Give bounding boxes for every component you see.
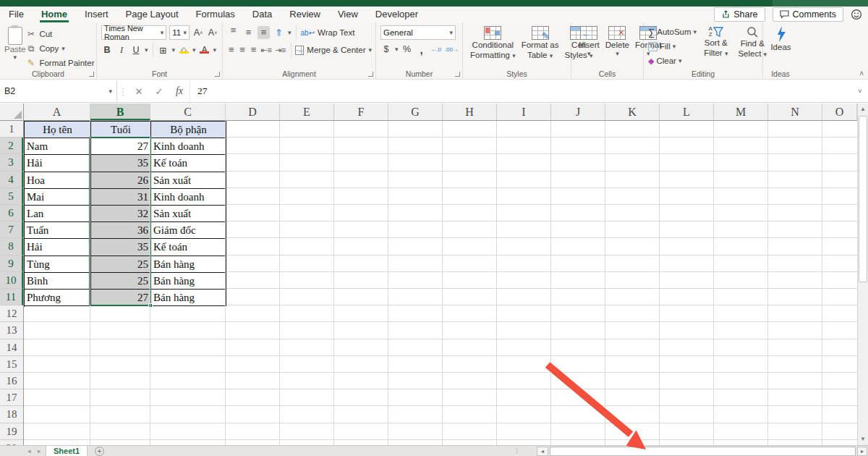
- autosum-button[interactable]: ∑AutoSum▾: [648, 25, 697, 38]
- cell-B8[interactable]: 35: [91, 239, 151, 256]
- wrap-text-button[interactable]: Wrap Text: [318, 28, 354, 37]
- cell-B5[interactable]: 31: [91, 189, 151, 206]
- column-header-I[interactable]: I: [497, 104, 551, 120]
- tab-file[interactable]: File: [0, 7, 33, 22]
- cell-A3[interactable]: Hải: [25, 155, 91, 172]
- delete-cells-button[interactable]: ✕ Delete▾: [603, 25, 632, 58]
- decrease-indent-icon[interactable]: ⇤≡: [260, 43, 272, 56]
- ideas-button[interactable]: Ideas: [767, 25, 794, 53]
- tab-insert[interactable]: Insert: [76, 7, 117, 22]
- number-format-combobox[interactable]: General▾: [380, 25, 456, 40]
- cell-C6[interactable]: Sản xuất: [151, 206, 226, 222]
- cell-B1[interactable]: Tuổi: [91, 122, 151, 138]
- row-header-8[interactable]: 8: [0, 238, 23, 255]
- underline-button[interactable]: U: [130, 43, 142, 56]
- row-header-7[interactable]: 7: [0, 221, 23, 238]
- scroll-right-icon[interactable]: ▸: [857, 447, 867, 456]
- column-header-L[interactable]: L: [660, 104, 714, 120]
- selection-fill-handle[interactable]: [148, 303, 153, 308]
- name-box[interactable]: B2▾: [0, 80, 117, 102]
- middle-align-icon[interactable]: ≡: [242, 26, 255, 39]
- column-header-K[interactable]: K: [605, 104, 660, 120]
- increase-indent-icon[interactable]: ⇥≡: [275, 43, 286, 56]
- prev-sheet-icon[interactable]: ◂: [27, 447, 31, 455]
- orientation-icon[interactable]: ⇗: [270, 24, 288, 42]
- tab-view[interactable]: View: [329, 7, 367, 22]
- scroll-up-icon[interactable]: ▲: [858, 104, 868, 115]
- column-header-N[interactable]: N: [768, 104, 822, 120]
- row-header-5[interactable]: 5: [0, 188, 23, 205]
- cell-C3[interactable]: Kế toán: [151, 155, 226, 172]
- tab-home[interactable]: Home: [33, 7, 76, 22]
- cell-A11[interactable]: Phương: [25, 290, 91, 306]
- row-header-14[interactable]: 14: [0, 339, 23, 356]
- collapse-ribbon-icon[interactable]: ˄: [859, 69, 864, 77]
- row-header-12[interactable]: 12: [0, 305, 23, 322]
- row-header-18[interactable]: 18: [0, 406, 23, 423]
- select-all-corner[interactable]: [0, 104, 24, 121]
- column-header-O[interactable]: O: [822, 104, 857, 120]
- row-header-15[interactable]: 15: [0, 356, 23, 373]
- insert-function-button[interactable]: fx: [169, 85, 190, 97]
- merge-center-button[interactable]: Merge & Center: [307, 46, 365, 54]
- sort-filter-button[interactable]: AZ Sort & Filter ▾: [701, 25, 731, 67]
- next-sheet-icon[interactable]: ▸: [38, 447, 41, 455]
- cell-C11[interactable]: Bán hàng: [151, 290, 226, 306]
- namebox-splitter-icon[interactable]: ⋮: [117, 86, 129, 97]
- cell-A10[interactable]: Bình: [25, 273, 91, 290]
- cell-C7[interactable]: Giám đốc: [151, 222, 226, 239]
- clipboard-dialog-launcher-icon[interactable]: [89, 72, 94, 77]
- tab-scroll-splitter-icon[interactable]: ⋮: [514, 447, 521, 455]
- column-header-F[interactable]: F: [334, 104, 388, 120]
- column-header-H[interactable]: H: [443, 104, 497, 120]
- cell-A6[interactable]: Lan: [25, 206, 91, 222]
- vertical-scrollbar[interactable]: ▲ ▼: [857, 104, 868, 445]
- cell-A5[interactable]: Mai: [25, 189, 91, 206]
- paste-button[interactable]: Paste ▾: [4, 25, 25, 69]
- cell-B9[interactable]: 25: [91, 256, 151, 273]
- worksheet-grid[interactable]: Họ tênTuổiBộ phậnNam27Kinh doanhHải35Kế …: [0, 104, 857, 445]
- tab-developer[interactable]: Developer: [367, 7, 427, 22]
- tab-page-layout[interactable]: Page Layout: [117, 7, 187, 22]
- cell-C9[interactable]: Bán hàng: [151, 256, 226, 273]
- cell-A4[interactable]: Hoa: [25, 172, 91, 189]
- column-header-G[interactable]: G: [388, 104, 443, 120]
- cell-C5[interactable]: Kinh doanh: [151, 189, 226, 206]
- cell-B10[interactable]: 25: [91, 273, 151, 290]
- column-header-D[interactable]: D: [226, 104, 280, 120]
- row-header-11[interactable]: 11: [0, 289, 23, 305]
- font-color-button[interactable]: A: [199, 43, 210, 56]
- italic-button[interactable]: I: [116, 43, 127, 56]
- scroll-down-icon[interactable]: ▼: [858, 434, 868, 445]
- insert-cells-button[interactable]: ← Insert▾: [576, 25, 603, 58]
- column-header-C[interactable]: C: [150, 104, 226, 120]
- cell-A9[interactable]: Tùng: [25, 256, 91, 273]
- sheet-tab-sheet1[interactable]: Sheet1: [46, 446, 88, 456]
- increase-decimal-button[interactable]: ←.0: [430, 43, 442, 56]
- fill-button[interactable]: ↓Fill▾: [648, 40, 697, 53]
- row-header-19[interactable]: 19: [0, 423, 23, 440]
- cell-B3[interactable]: 35: [91, 155, 151, 172]
- column-header-E[interactable]: E: [280, 104, 334, 120]
- decrease-decimal-button[interactable]: .00→: [445, 43, 459, 56]
- formula-input[interactable]: 27: [190, 80, 852, 102]
- borders-button[interactable]: ⊞: [158, 43, 169, 56]
- row-header-2[interactable]: 2: [0, 138, 23, 154]
- cell-A1[interactable]: Họ tên: [25, 122, 91, 138]
- cell-B2[interactable]: 27: [91, 138, 151, 155]
- cell-B11[interactable]: 27: [91, 290, 151, 306]
- add-sheet-icon[interactable]: +: [95, 447, 104, 456]
- fill-color-button[interactable]: ◇: [178, 43, 190, 56]
- row-header-10[interactable]: 10: [0, 272, 23, 289]
- bottom-align-icon[interactable]: ≡: [258, 26, 270, 39]
- cell-C8[interactable]: Kế toán: [151, 239, 226, 256]
- font-name-combobox[interactable]: Times New Roman▾: [101, 25, 166, 40]
- column-header-J[interactable]: J: [551, 104, 605, 120]
- cut-button[interactable]: ✂Cut: [25, 28, 94, 40]
- feedback-smiley-icon[interactable]: [851, 9, 862, 20]
- row-header-20[interactable]: 20: [0, 440, 23, 445]
- row-header-17[interactable]: 17: [0, 389, 23, 406]
- row-header-1[interactable]: 1: [0, 121, 23, 138]
- comma-style-button[interactable]: ,: [416, 43, 427, 56]
- confirm-entry-button[interactable]: ✓: [149, 86, 169, 97]
